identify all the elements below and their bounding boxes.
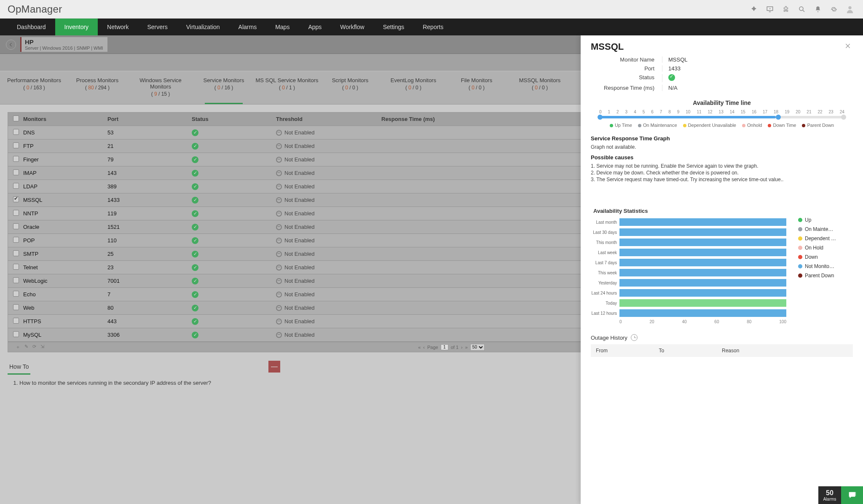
row-checkbox[interactable]	[13, 210, 19, 216]
cell-port: 53	[107, 129, 192, 136]
screen-icon[interactable]	[764, 4, 775, 15]
page-input[interactable]	[441, 344, 448, 350]
nav-settings[interactable]: Settings	[374, 19, 414, 35]
cell-status	[192, 264, 276, 271]
tile-ms-sql-service-monitors[interactable]: MS SQL Service Monitors( 0 / 1 )	[255, 71, 319, 104]
chat-icon[interactable]	[841, 486, 863, 504]
page-of: of 1	[451, 345, 458, 350]
refresh-icon[interactable]: ⟳	[32, 344, 36, 350]
page-label: Page	[427, 345, 438, 350]
cell-monitor: LDAP	[23, 183, 107, 190]
row-checkbox[interactable]	[13, 331, 19, 337]
row-checkbox[interactable]	[13, 250, 19, 256]
tile-performance-monitors[interactable]: Performance Monitors( 0 / 163 )	[3, 71, 66, 104]
tile-file-monitors[interactable]: File Monitors( 0 / 0 )	[445, 71, 508, 104]
nav-virtualization[interactable]: Virtualization	[177, 19, 229, 35]
panel-title: MSSQL	[591, 41, 624, 52]
col-response[interactable]: Response Time (ms)	[381, 116, 453, 122]
cell-port: 143	[107, 170, 192, 176]
status-ok-icon	[192, 251, 198, 257]
row-checkbox[interactable]	[13, 223, 19, 229]
row-checkbox[interactable]	[13, 196, 19, 202]
status-ok-icon	[192, 264, 198, 271]
col-status[interactable]: Status	[192, 116, 276, 122]
threshold-icon	[276, 292, 282, 298]
cell-monitor: MSSQL	[23, 197, 107, 203]
bell-icon[interactable]	[812, 4, 823, 15]
tile-service-monitors[interactable]: Service Monitors( 0 / 16 )	[192, 71, 255, 104]
tile-windows-service-monitors[interactable]: Windows Service Monitors( 9 / 15 )	[129, 71, 192, 104]
col-monitors[interactable]: Monitors	[23, 116, 107, 122]
cell-monitor: HTTPS	[23, 318, 107, 324]
legend-parentdown: Parent Down	[802, 123, 834, 128]
availability-timeline[interactable]: 0123456789101112131415161718192021222324	[599, 110, 844, 118]
row-checkbox[interactable]	[13, 264, 19, 270]
clock-icon[interactable]	[631, 334, 638, 341]
nav-inventory[interactable]: Inventory	[55, 19, 98, 35]
status-ok-icon	[192, 143, 198, 150]
export-icon[interactable]: ⇲	[40, 344, 44, 350]
cell-monitor: WebLogic	[23, 278, 107, 284]
status-ok-icon	[668, 74, 675, 81]
nav-dashboard[interactable]: Dashboard	[8, 19, 55, 35]
threshold-icon	[276, 305, 282, 311]
row-checkbox[interactable]	[13, 169, 19, 175]
row-checkbox[interactable]	[13, 237, 19, 243]
gear-icon[interactable]	[828, 4, 839, 15]
alarm-badge[interactable]: 50Alarms	[818, 486, 863, 504]
status-ok-icon	[192, 305, 198, 311]
close-icon[interactable]	[844, 43, 853, 51]
tile-process-monitors[interactable]: Process Monitors( 80 / 294 )	[66, 71, 129, 104]
avatar-icon[interactable]	[844, 4, 855, 15]
row-checkbox[interactable]	[13, 142, 19, 148]
edit-icon[interactable]: ✎	[24, 344, 28, 350]
nav-maps[interactable]: Maps	[266, 19, 299, 35]
howto-close[interactable]: —	[268, 361, 280, 373]
add-icon[interactable]: ＋	[16, 344, 20, 350]
rocket-icon[interactable]	[748, 4, 759, 15]
stat-row: Last 24 hours	[591, 289, 786, 297]
nav-servers[interactable]: Servers	[138, 19, 177, 35]
select-all-checkbox[interactable]	[13, 115, 19, 121]
nav-network[interactable]: Network	[98, 19, 138, 35]
cell-threshold: Not Enabled	[276, 264, 381, 271]
nav-reports[interactable]: Reports	[413, 19, 453, 35]
row-checkbox[interactable]	[13, 318, 19, 324]
cell-status	[192, 291, 276, 298]
cell-status	[192, 277, 276, 284]
threshold-icon	[276, 251, 282, 257]
nav-apps[interactable]: Apps	[299, 19, 331, 35]
nav-workflow[interactable]: Workflow	[331, 19, 373, 35]
row-checkbox[interactable]	[13, 277, 19, 283]
row-checkbox[interactable]	[13, 129, 19, 135]
back-button[interactable]	[6, 40, 16, 50]
col-threshold[interactable]: Threshold	[276, 116, 381, 122]
availability-stats-chart: Availability Statistics Last monthLast 3…	[591, 208, 786, 324]
plugin-icon[interactable]	[780, 4, 791, 15]
cell-port: 21	[107, 143, 192, 149]
kv-value	[662, 74, 730, 82]
nav-alarms[interactable]: Alarms	[229, 19, 266, 35]
tile-mssql-monitors[interactable]: MSSQL Monitors( 0 / 0 )	[508, 71, 571, 104]
page-size[interactable]: 50	[470, 344, 485, 351]
row-checkbox[interactable]	[13, 291, 19, 297]
cell-threshold: Not Enabled	[276, 224, 381, 230]
cell-status	[192, 318, 276, 325]
cell-port: 443	[107, 318, 192, 324]
row-checkbox[interactable]	[13, 304, 19, 310]
threshold-icon	[276, 332, 282, 338]
legend-uptime: Up Time	[610, 123, 632, 128]
timeline-title: Availability Time line	[591, 99, 853, 106]
stat-row: Last week	[591, 249, 786, 256]
threshold-icon	[276, 224, 282, 230]
row-checkbox[interactable]	[13, 156, 19, 162]
cell-threshold: Not Enabled	[276, 291, 381, 298]
col-port[interactable]: Port	[107, 116, 192, 122]
legend-item: Parent Down	[798, 273, 853, 279]
cell-status	[192, 169, 276, 177]
tile-eventlog-monitors[interactable]: EventLog Monitors( 0 / 0 )	[382, 71, 445, 104]
tile-script-monitors[interactable]: Script Monitors( 0 / 0 )	[319, 71, 382, 104]
search-icon[interactable]	[796, 4, 807, 15]
row-checkbox[interactable]	[13, 183, 19, 189]
threshold-icon	[276, 130, 282, 136]
